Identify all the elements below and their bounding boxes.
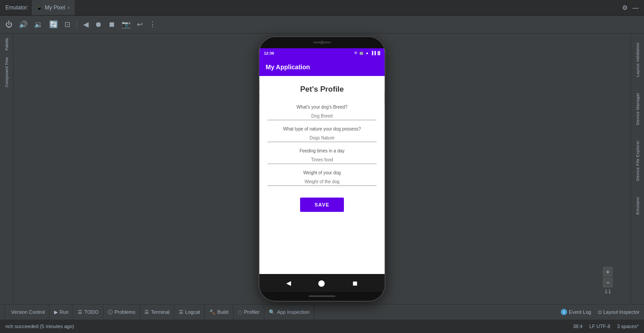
problems-tab[interactable]: ⓘ Problems: [103, 304, 140, 320]
phone-outer: 12:36 ⚙ 🤖 ▲ ▐▐ ▓ My Application: [259, 37, 385, 301]
zoom-in-button[interactable]: +: [603, 267, 613, 277]
app-bar: My Application: [259, 58, 385, 76]
replay-icon[interactable]: ↩: [137, 20, 143, 29]
feeding-label: Feeding times in a day: [267, 148, 377, 153]
build-tab[interactable]: 🔨 Build: [205, 304, 233, 320]
todo-icon: ☰: [78, 309, 82, 315]
event-log-container[interactable]: 1 Event Log: [561, 309, 591, 315]
emulator-label: Emulator:: [5, 4, 28, 11]
wifi-icon: ▲: [365, 51, 369, 55]
build-status-text: nch succeeded (5 minutes ago): [5, 324, 74, 329]
event-log-area: 1 Event Log ⊡ Layout Inspector: [561, 309, 640, 315]
volume-up-icon[interactable]: 🔊: [19, 20, 28, 29]
terminal-tab[interactable]: ☰ Terminal: [140, 304, 174, 320]
nav-back-button[interactable]: ◀: [286, 279, 291, 287]
device-manager-tab[interactable]: Device Manager: [636, 93, 640, 125]
pets-profile-title: Pet's Profile: [300, 85, 344, 94]
app-bar-title: My Application: [266, 63, 310, 71]
profiler-tab[interactable]: ◌ Profiler: [233, 304, 265, 320]
record-icon[interactable]: ⏺: [95, 21, 102, 29]
signal-icon: ▐▐: [371, 51, 376, 55]
stop-icon[interactable]: ⏹: [108, 21, 115, 29]
status-time: 12:36: [264, 51, 274, 55]
terminal-label: Terminal: [151, 309, 169, 315]
close-tab-icon[interactable]: ×: [68, 5, 70, 10]
problems-label: Problems: [114, 309, 135, 315]
resize-icon[interactable]: ⊡: [64, 20, 70, 29]
toolbar-separator: [76, 20, 77, 29]
logcat-tab[interactable]: ☰ Logcat: [174, 304, 205, 320]
todo-label: TODO: [84, 309, 98, 315]
app-inspection-tab[interactable]: 🔍 App Inspection: [264, 304, 314, 320]
left-panel: Palette Component Tree: [0, 34, 13, 304]
volume-down-button: [258, 94, 259, 103]
volume-down-icon[interactable]: 🔉: [34, 20, 43, 29]
app-content: Pet's Profile What's your dog's Breed? W…: [259, 76, 385, 274]
screenshot-icon[interactable]: 📷: [122, 20, 131, 29]
breed-section: What's your dog's Breed?: [267, 105, 377, 120]
back-icon[interactable]: ◀: [83, 20, 89, 29]
app-inspection-icon: 🔍: [269, 309, 275, 315]
bottom-bar: Version Control ▶ Run ☰ TODO ⓘ Problems …: [0, 304, 644, 320]
cursor-position: 38:4: [573, 324, 582, 329]
top-bar-actions: ⚙ —: [622, 4, 639, 11]
device-tab[interactable]: 📱 My Pixel ×: [32, 0, 74, 15]
emulator-tab[interactable]: Emulator: [636, 197, 640, 215]
palette-icon[interactable]: Palette: [4, 36, 10, 53]
layout-validation-tab[interactable]: Layout Validation: [636, 42, 640, 77]
phone-notch: [259, 37, 385, 48]
version-control-tab[interactable]: Version Control: [4, 304, 50, 320]
build-icon: 🔨: [209, 309, 216, 315]
weight-label: Weight of your dog: [267, 170, 377, 175]
toolbar: ⏻ 🔊 🔉 🔄 ⊡ ◀ ⏺ ⏹ 📷 ↩ ⋮: [0, 16, 644, 34]
phone-camera: [320, 41, 324, 44]
breed-input[interactable]: [267, 112, 377, 120]
phone-screen: 12:36 ⚙ 🤖 ▲ ▐▐ ▓ My Application: [259, 48, 385, 274]
nature-section: What type of nature your dog possess?: [267, 126, 377, 142]
settings-status-icon: ⚙: [354, 51, 357, 55]
nature-input[interactable]: [267, 134, 377, 142]
breed-label: What's your dog's Breed?: [267, 105, 377, 110]
home-bar: [309, 295, 335, 297]
phone-device: 12:36 ⚙ 🤖 ▲ ▐▐ ▓ My Application: [259, 37, 385, 301]
device-file-explorer-tab[interactable]: Device File Explorer: [636, 140, 640, 181]
nav-recents-button[interactable]: ◼: [352, 279, 358, 287]
status-bar: 12:36 ⚙ 🤖 ▲ ▐▐ ▓: [259, 48, 385, 58]
feeding-input[interactable]: [267, 156, 377, 164]
top-bar: Emulator: 📱 My Pixel × ⚙ —: [0, 0, 644, 16]
event-log-label: Event Log: [569, 309, 591, 315]
phone-home-indicator: [259, 292, 385, 301]
status-line: nch succeeded (5 minutes ago) 38:4 LF UT…: [0, 320, 644, 333]
nav-home-button[interactable]: ⬤: [318, 279, 325, 287]
component-tree-icon[interactable]: Component Tree: [4, 55, 10, 89]
todo-tab[interactable]: ☰ TODO: [73, 304, 103, 320]
terminal-icon: ☰: [144, 309, 149, 315]
android-icon: 🤖: [359, 51, 364, 55]
run-tab[interactable]: ▶ Run: [50, 304, 73, 320]
save-button[interactable]: SAVE: [300, 198, 343, 212]
layout-inspector-container[interactable]: ⊡ Layout Inspector: [598, 309, 640, 315]
profiler-label: Profiler: [244, 309, 260, 315]
profiler-icon: ◌: [238, 309, 242, 315]
weight-input[interactable]: [267, 178, 377, 186]
volume-up-button: [258, 82, 259, 91]
more-icon[interactable]: ⋮: [149, 20, 156, 29]
version-control-label: Version Control: [11, 309, 45, 315]
run-label: Run: [59, 309, 68, 315]
logcat-icon: ☰: [179, 309, 183, 315]
logcat-label: Logcat: [185, 309, 200, 315]
zoom-out-button[interactable]: −: [603, 278, 613, 287]
encoding-label: LF UTF-8: [589, 324, 610, 329]
rotate-icon[interactable]: 🔄: [49, 20, 58, 29]
status-right: 38:4 LF UTF-8 3 spaces*: [573, 324, 639, 329]
settings-icon[interactable]: ⚙: [622, 4, 628, 11]
feeding-section: Feeding times in a day: [267, 148, 377, 164]
minimize-icon[interactable]: —: [632, 4, 639, 11]
problems-icon: ⓘ: [108, 309, 113, 316]
indent-label: 3 spaces*: [617, 324, 639, 329]
event-log-badge: 1: [561, 309, 567, 315]
power-icon[interactable]: ⏻: [5, 21, 13, 29]
app-inspection-label: App Inspection: [277, 309, 309, 315]
phone-nav-bar: ◀ ⬤ ◼: [259, 274, 385, 292]
run-icon: ▶: [54, 309, 58, 315]
